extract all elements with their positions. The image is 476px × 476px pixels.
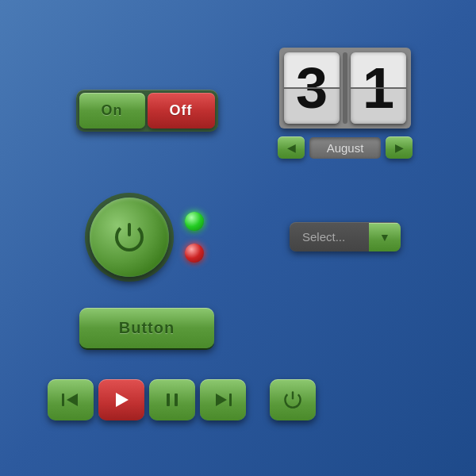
led-group [185,212,204,263]
skip-next-icon [213,391,233,409]
svg-rect-7 [229,393,232,406]
month-prev-button[interactable]: ◀ [278,136,305,159]
flip-month-row: ◀ August ▶ [262,136,428,159]
left-arrow-icon: ◀ [287,141,296,154]
media-pause-button[interactable] [149,379,195,420]
select-control[interactable]: Select... ▼ [290,222,401,251]
power-small-icon [281,388,305,412]
svg-rect-2 [62,393,64,406]
media-controls [48,372,246,428]
spacer [262,301,428,356]
flip-clock-section: 3 1 ◀ August ▶ [262,48,428,174]
flip-digit-1: 3 [284,52,340,124]
flip-digit-2: 1 [351,52,406,124]
month-label: August [309,137,381,159]
red-led [185,244,204,263]
play-icon [111,391,132,409]
button-section: Button [48,301,246,356]
right-arrow-icon: ▶ [395,141,404,154]
toggle-section: On Off [48,48,246,174]
power-icon [109,217,149,257]
toggle-off-button[interactable]: Off [148,93,215,129]
skip-prev-icon [60,391,81,409]
power-led-section [48,190,246,284]
flip-divider [343,52,347,124]
flip-clock: 3 1 [279,48,411,129]
down-arrow-icon: ▼ [379,231,390,244]
media-prev-button[interactable] [48,379,94,420]
svg-rect-6 [175,393,178,406]
power-button[interactable] [90,198,169,277]
pause-icon [162,391,182,409]
media-next-button[interactable] [200,379,246,420]
power-small-button[interactable] [270,379,316,420]
media-play-button[interactable] [98,379,144,420]
toggle-switch: On Off [76,90,218,132]
power-btn-small-section [262,372,428,428]
svg-marker-8 [216,393,227,406]
month-next-button[interactable]: ▶ [386,136,413,159]
svg-marker-3 [67,393,78,406]
select-placeholder: Select... [290,222,369,251]
svg-rect-5 [167,393,170,406]
toggle-on-button[interactable]: On [79,93,145,129]
svg-marker-4 [116,393,129,407]
main-button[interactable]: Button [79,308,214,348]
select-arrow-button[interactable]: ▼ [369,223,401,251]
green-led [185,212,204,231]
select-section: Select... ▼ [262,190,428,284]
